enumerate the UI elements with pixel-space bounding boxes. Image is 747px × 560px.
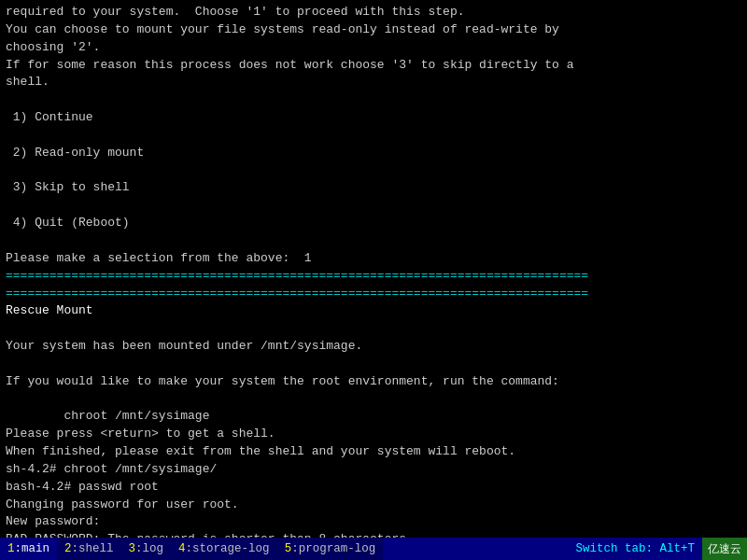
tab-storage-log[interactable]: 4:storage-log: [171, 538, 277, 560]
tab-shell[interactable]: 2:shell: [57, 538, 121, 560]
terminal-output: required to your system. Choose '1' to p…: [0, 0, 747, 538]
tab-program-log[interactable]: 5:program-log: [277, 538, 384, 560]
brand-label: 亿速云: [702, 538, 747, 560]
status-bar: 1:main2:shell3:log4:storage-log5:program…: [0, 538, 747, 560]
tab-log[interactable]: 3:log: [121, 538, 172, 560]
tab-anaconda[interactable]: 1:main: [0, 538, 57, 560]
switch-tab-hint: Switch tab: Alt+T: [575, 542, 702, 555]
